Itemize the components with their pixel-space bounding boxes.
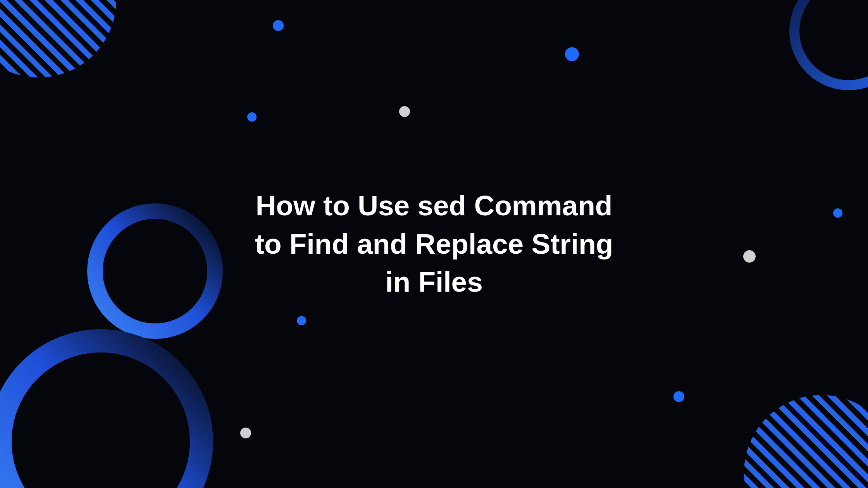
hatch-circle-bottom-right xyxy=(744,395,868,488)
ring-top-right xyxy=(794,0,868,85)
decorative-dot xyxy=(743,250,756,263)
decorative-dot xyxy=(297,316,306,325)
ring-bottom-left xyxy=(0,341,202,488)
decorative-dot xyxy=(565,47,579,61)
decorative-dot xyxy=(673,391,684,402)
hatch-circle-top-left xyxy=(0,0,116,77)
decorative-dot xyxy=(833,208,842,218)
decorative-dot xyxy=(247,112,257,122)
ring-mid-left xyxy=(95,211,215,331)
decorative-dot xyxy=(240,428,251,438)
decorative-dot xyxy=(399,106,410,117)
decorative-dot xyxy=(273,20,284,31)
page-title: How to Use sed Command to Find and Repla… xyxy=(248,187,620,301)
